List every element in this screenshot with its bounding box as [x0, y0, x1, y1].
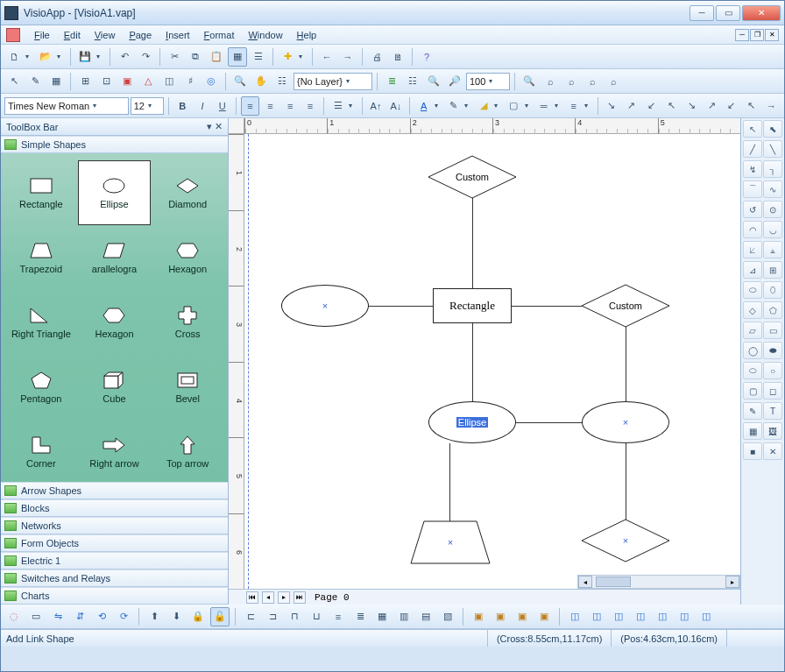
- al6-button[interactable]: ≣: [350, 607, 370, 626]
- canvas-node-n4[interactable]: Custom: [582, 285, 669, 327]
- fill-color-button[interactable]: ◢: [475, 96, 493, 116]
- shape-diamond[interactable]: Diamond: [151, 160, 224, 225]
- al7-button[interactable]: ▦: [372, 607, 392, 626]
- properties-button[interactable]: ☰: [249, 47, 268, 67]
- shape-cube[interactable]: Cube: [78, 355, 152, 420]
- decrease-font-button[interactable]: A↓: [386, 96, 405, 116]
- line-style-button[interactable]: ═: [534, 96, 553, 116]
- save-button[interactable]: 💾: [75, 47, 95, 67]
- conn2-button[interactable]: ↗: [622, 96, 640, 116]
- right-tool-10[interactable]: ◠: [743, 221, 762, 238]
- al8-button[interactable]: ▥: [394, 607, 414, 626]
- right-tool-21[interactable]: ▭: [763, 322, 782, 339]
- pointer-tool-button[interactable]: ↖: [4, 72, 24, 91]
- new-button[interactable]: 🗋: [4, 47, 24, 67]
- sel-circ-button[interactable]: ◌: [4, 607, 24, 626]
- conn5-button[interactable]: ↘: [682, 96, 701, 116]
- print-preview-button[interactable]: 🗎: [388, 47, 407, 67]
- font-family-combo[interactable]: Times New Roman▾: [4, 97, 129, 115]
- right-tool-33[interactable]: ✕: [763, 442, 782, 460]
- shape-tarrow[interactable]: Top arrow: [151, 420, 224, 482]
- link[interactable]: [368, 306, 433, 307]
- right-tool-13[interactable]: ⟁: [763, 241, 782, 258]
- right-tool-14[interactable]: ⊿: [743, 261, 762, 279]
- sz7-button[interactable]: ◫: [697, 607, 716, 626]
- menu-help[interactable]: Help: [290, 28, 324, 42]
- link[interactable]: [449, 443, 450, 522]
- al5-button[interactable]: ≡: [329, 607, 348, 626]
- vertical-guide[interactable]: [248, 134, 249, 589]
- prev-button[interactable]: ←: [317, 47, 336, 67]
- right-tool-7[interactable]: ∿: [763, 180, 782, 198]
- layer-lock-button[interactable]: ☷: [403, 72, 422, 91]
- dist4-button[interactable]: ▣: [534, 607, 554, 626]
- layer-combo[interactable]: {No Layer}▾: [293, 73, 372, 90]
- align-justify-button[interactable]: ≡: [301, 96, 320, 116]
- maximize-button[interactable]: ▭: [716, 5, 740, 21]
- sz4-button[interactable]: ◫: [631, 607, 650, 626]
- list-button[interactable]: ☰: [329, 96, 347, 116]
- paste-button[interactable]: 📋: [207, 47, 226, 67]
- right-tool-2[interactable]: ╱: [743, 140, 762, 158]
- menu-edit[interactable]: Edit: [57, 28, 88, 42]
- sel-rect-button[interactable]: ▭: [26, 607, 46, 626]
- shape-rect[interactable]: Rectangle: [4, 160, 78, 225]
- right-tool-11[interactable]: ◡: [763, 221, 782, 238]
- dist2-button[interactable]: ▣: [491, 607, 510, 626]
- shape-para[interactable]: arallelogra: [78, 225, 152, 290]
- sz1-button[interactable]: ◫: [565, 607, 584, 626]
- shape-corner[interactable]: Corner: [4, 420, 78, 482]
- zoom-fit-button[interactable]: 🔍: [520, 72, 539, 91]
- shape-hex[interactable]: Hexagon: [151, 225, 224, 290]
- al2-button[interactable]: ⊐: [263, 607, 282, 626]
- group-button[interactable]: ▣: [117, 72, 137, 91]
- category-switches-and-relays[interactable]: Switches and Relays: [1, 569, 228, 587]
- menu-page[interactable]: Page: [122, 28, 159, 42]
- link[interactable]: [512, 306, 582, 307]
- right-tool-6[interactable]: ⌒: [743, 180, 762, 198]
- link[interactable]: [626, 327, 626, 402]
- sz6-button[interactable]: ◫: [675, 607, 694, 626]
- right-tool-30[interactable]: ▦: [743, 422, 762, 440]
- shape-cross[interactable]: Cross: [151, 290, 224, 355]
- page-next-button[interactable]: ▸: [278, 591, 290, 604]
- canvas-node-n1[interactable]: Custom: [428, 156, 516, 198]
- layers-button[interactable]: ☷: [272, 72, 292, 91]
- add-button[interactable]: ✚: [278, 47, 297, 67]
- align-left-button[interactable]: ≡: [241, 96, 259, 116]
- pan-button[interactable]: ✋: [251, 72, 271, 91]
- zoom-button[interactable]: 🔍: [230, 72, 250, 91]
- link[interactable]: [516, 422, 583, 423]
- dist1-button[interactable]: ▣: [469, 607, 488, 626]
- zoom-actual-button[interactable]: ⌕: [604, 72, 623, 91]
- page-tab-0[interactable]: Page 0: [315, 592, 350, 603]
- shape-pent[interactable]: Pentagon: [4, 355, 78, 420]
- page-last-button[interactable]: ⏭: [293, 591, 306, 604]
- category-electric-1[interactable]: Electric 1: [1, 552, 228, 569]
- mdi-close-button[interactable]: ✕: [765, 29, 779, 41]
- dist3-button[interactable]: ▣: [513, 607, 532, 626]
- right-tool-17[interactable]: ⬯: [763, 281, 782, 299]
- line-weight-button[interactable]: ≡: [564, 96, 583, 116]
- unlock-button[interactable]: 🔓: [210, 607, 230, 626]
- shape-rarrow[interactable]: Right arrow: [78, 420, 152, 482]
- shape-hex2[interactable]: Hexagon: [78, 290, 152, 355]
- flip-h-button[interactable]: ⇋: [48, 607, 67, 626]
- category-arrow-shapes[interactable]: Arrow Shapes: [1, 482, 228, 499]
- shadow-button[interactable]: ▢: [505, 96, 523, 116]
- zoom-in-button[interactable]: 🔍: [424, 72, 443, 91]
- conn3-button[interactable]: ↙: [642, 96, 661, 116]
- conn8-button[interactable]: ↖: [742, 96, 760, 116]
- right-tool-25[interactable]: ○: [763, 362, 782, 379]
- right-tool-9[interactable]: ⊙: [763, 201, 782, 218]
- increase-font-button[interactable]: A↑: [367, 96, 385, 116]
- right-tool-4[interactable]: ↯: [743, 160, 762, 178]
- right-tool-27[interactable]: ◻: [763, 382, 782, 400]
- line-color-button[interactable]: ✎: [444, 96, 463, 116]
- right-tool-16[interactable]: ⬭: [743, 281, 762, 299]
- align-right-button[interactable]: ≡: [281, 96, 300, 116]
- page-first-button[interactable]: ⏮: [246, 591, 258, 604]
- right-tool-3[interactable]: ╲: [763, 140, 782, 158]
- right-tool-5[interactable]: ┐: [763, 160, 782, 178]
- connector-button[interactable]: ⊡: [96, 72, 116, 91]
